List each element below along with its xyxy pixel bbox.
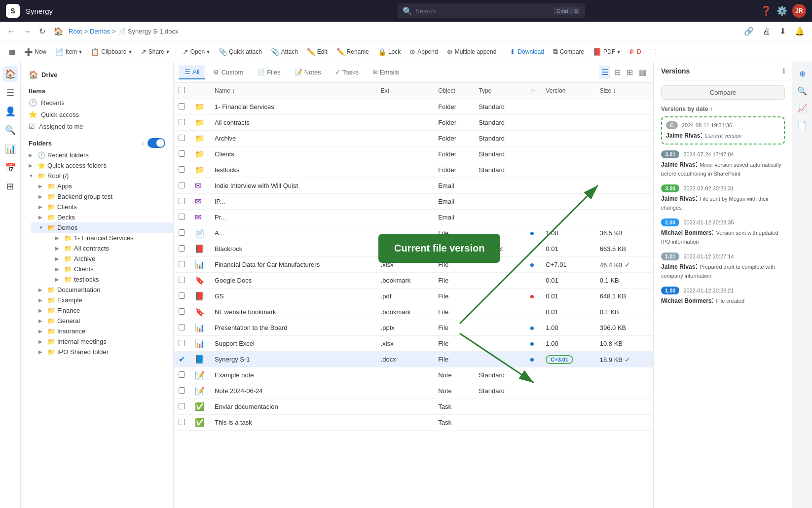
sidebar-1-financial[interactable]: ▶ 📁 1- Financial Services	[47, 233, 173, 243]
table-row[interactable]: ✉ IP... Email	[174, 194, 653, 210]
table-row[interactable]: ✉ Pr... Email	[174, 210, 653, 225]
refresh-button[interactable]: ↻	[37, 25, 48, 37]
tab-emails[interactable]: ✉ Emails	[367, 66, 405, 79]
sidebar-all-contracts[interactable]: ▶ 📁 All contracts	[47, 243, 173, 254]
row-checkbox[interactable]	[179, 150, 185, 157]
row-checkbox[interactable]	[179, 403, 185, 409]
sidebar-documentation[interactable]: ▶ 📁 Documentation	[31, 285, 173, 295]
table-row[interactable]: 📕 GS .pdfFile 0.01648.1 KB	[174, 289, 653, 304]
row-checkbox[interactable]	[179, 387, 185, 394]
sidebar-assigned[interactable]: ☑ Assigned to me	[21, 120, 173, 132]
download-button[interactable]: ⬇ Download	[506, 46, 548, 58]
settings-icon[interactable]: ⚙️	[776, 5, 787, 16]
row-checkbox[interactable]	[179, 135, 185, 141]
row-checkbox[interactable]	[179, 119, 185, 125]
expand-button[interactable]: ⛶	[646, 46, 660, 57]
folders-toggle[interactable]	[148, 138, 165, 148]
trash-button[interactable]: 🗑 D	[625, 46, 645, 57]
app-logo[interactable]: S	[6, 4, 20, 18]
table-row[interactable]: ✅ Enviar documentacion Task	[174, 399, 653, 415]
col-type[interactable]: Type	[474, 83, 525, 99]
sidebar-demos[interactable]: ▼ 📂 Demos	[31, 222, 173, 233]
print-icon[interactable]: 🖨	[760, 26, 773, 37]
row-checkbox[interactable]	[179, 261, 185, 267]
sidebar-decks[interactable]: ▶ 📁 Decks	[31, 212, 173, 222]
sidebar-toggle-button[interactable]: ▦	[5, 46, 19, 58]
forward-button[interactable]: →	[21, 26, 34, 37]
doc-vpanel-btn[interactable]: 📄	[795, 119, 809, 132]
row-checkbox[interactable]	[179, 182, 185, 188]
share-button[interactable]: ↗ Share ▾	[137, 46, 173, 58]
table-row-synergy[interactable]: ✔ 📘 Synergy S-1 .docxFile C+3.01 18.9 KB…	[174, 352, 653, 367]
contacts-icon[interactable]: 👤	[2, 104, 18, 119]
calendar-icon[interactable]: 📅	[2, 160, 18, 176]
row-checkbox[interactable]	[179, 229, 185, 236]
search-bar[interactable]: 🔍 Cmd + S	[398, 3, 585, 18]
new-button[interactable]: ➕ New	[20, 46, 50, 58]
tab-custom[interactable]: ⚙ Custom	[207, 66, 249, 79]
pdf-button[interactable]: 📕 PDF ▾	[589, 46, 624, 58]
sidebar-general[interactable]: ▶ 📁 General	[31, 316, 173, 326]
lock-button[interactable]: 🔒 Lock	[374, 46, 405, 58]
download-nav-icon[interactable]: ⬇	[777, 25, 788, 37]
table-row[interactable]: 📁 testlocks FolderStandard	[174, 162, 653, 178]
sidebar-recent-folders[interactable]: ▶ 🕐 Recent folders	[21, 150, 173, 160]
row-checkbox[interactable]	[179, 308, 185, 315]
table-row[interactable]: 📊 Support Excel .xlsxFile 1.0010.8 KB	[174, 336, 653, 352]
home-button[interactable]: 🏠	[51, 25, 66, 37]
sidebar-apps[interactable]: ▶ 📁 Apps	[31, 181, 173, 191]
table-row[interactable]: 📁 1- Financial Services Folder Standard	[174, 99, 653, 115]
search-vpanel-btn[interactable]: 🔍	[795, 84, 809, 98]
edit-button[interactable]: ✏️ Edit	[303, 46, 332, 58]
sidebar-quick-access[interactable]: ⭐ Quick access	[21, 109, 173, 120]
link-icon[interactable]: 🔗	[741, 25, 756, 37]
item-button[interactable]: 📄 Item ▾	[51, 46, 86, 58]
attach-button[interactable]: 📎 Attach	[267, 46, 302, 58]
select-all-checkbox[interactable]	[179, 87, 185, 93]
compare-button[interactable]: ⧉ Compare	[549, 45, 588, 58]
row-checkbox[interactable]	[179, 292, 185, 299]
drive-icon[interactable]: 🏠	[2, 66, 18, 82]
row-checkbox[interactable]	[179, 214, 185, 220]
sidebar-example[interactable]: ▶ 📁 Example	[31, 295, 173, 305]
clipboard-button[interactable]: 📋 Clipboard ▾	[87, 46, 135, 58]
table-row[interactable]: 📊 Presentation to the Board .pptxFile 1.…	[174, 320, 653, 336]
sidebar-clients2[interactable]: ▶ 📁 Clients	[47, 264, 173, 274]
col-ext[interactable]: Ext.	[376, 83, 434, 99]
split-view-button[interactable]: ⊟	[612, 66, 623, 79]
sidebar-ipo-shared[interactable]: ▶ 📁 IPO Shared folder	[31, 347, 173, 357]
row-checkbox[interactable]	[179, 340, 185, 346]
open-button[interactable]: ↗ Open ▾	[179, 46, 214, 58]
col-version[interactable]: Version	[541, 83, 594, 99]
table-row[interactable]: 🔖 NL website bookmark .bookmarkFile0.010…	[174, 304, 653, 320]
analytics-icon[interactable]: 📊	[2, 141, 18, 157]
search-input[interactable]	[415, 7, 551, 15]
multiple-append-button[interactable]: ⊕ Multiple append	[443, 46, 501, 58]
row-checkbox[interactable]	[179, 277, 185, 283]
table-row[interactable]: ✉ Indie Interview with Will Quist Email	[174, 178, 653, 194]
row-checkbox[interactable]	[179, 324, 185, 330]
row-checkbox[interactable]	[179, 371, 185, 378]
row-checkbox[interactable]	[179, 166, 185, 173]
row-checkbox[interactable]	[179, 198, 185, 204]
table-row[interactable]: 📁 Clients FolderStandard	[174, 146, 653, 162]
sidebar-recents[interactable]: 🕐 Recents	[21, 97, 173, 109]
row-checkbox[interactable]	[179, 103, 185, 109]
quick-attach-button[interactable]: 📎 Quick attach	[215, 46, 266, 58]
table-row[interactable]: 📁 All contracts FolderStandard	[174, 115, 653, 131]
list-view-button[interactable]: ☰	[599, 66, 610, 79]
grid-view-button[interactable]: ⊞	[625, 66, 635, 79]
avatar[interactable]: JR	[792, 4, 806, 18]
col-size[interactable]: Size ↓	[595, 83, 653, 99]
sidebar-finance[interactable]: ▶ 📁 Finance	[31, 305, 173, 316]
sidebar-backend-group[interactable]: ▶ 📁 Backend group test	[31, 191, 173, 202]
tab-tasks[interactable]: ✓ Tasks	[329, 66, 365, 79]
table-row[interactable]: 📝 Note 2024-06-24 NoteStandard	[174, 383, 653, 399]
search-nav-icon[interactable]: 🔍	[2, 122, 18, 138]
info-icon[interactable]: ℹ	[782, 67, 785, 75]
help-icon[interactable]: ❓	[761, 5, 772, 16]
compare-versions-button[interactable]: Compare	[661, 85, 785, 100]
table-row[interactable]: 📁 Archive FolderStandard	[174, 131, 653, 146]
sidebar-clients[interactable]: ▶ 📁 Clients	[31, 202, 173, 212]
sidebar-insurance[interactable]: ▶ 📁 Insurance	[31, 326, 173, 336]
